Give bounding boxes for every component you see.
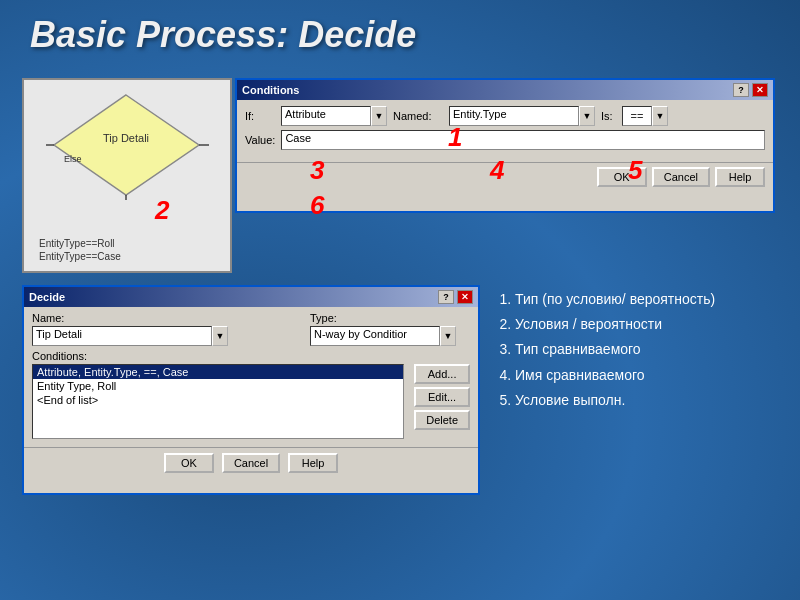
decide-title: Decide xyxy=(29,291,65,303)
value-input[interactable]: Case xyxy=(281,130,765,150)
condition-item-1[interactable]: Entity Type, Roll xyxy=(33,379,403,393)
if-dropdown-arrow[interactable]: ▼ xyxy=(371,106,387,126)
info-text-3: Тип сравниваемого xyxy=(515,341,641,357)
conditions-close-icon[interactable]: ✕ xyxy=(752,83,768,97)
decide-conditions-label: Conditions: xyxy=(32,350,470,362)
named-dropdown-group[interactable]: Entity.Type ▼ xyxy=(449,106,595,126)
conditions-help-icon[interactable]: ? xyxy=(733,83,749,97)
add-condition-button[interactable]: Add... xyxy=(414,364,470,384)
decide-type-input[interactable]: N-way by Conditior xyxy=(310,326,440,346)
conditions-help-button[interactable]: Help xyxy=(715,167,765,187)
condition-item-0[interactable]: Attribute, Entity.Type, ==, Case xyxy=(33,365,403,379)
decide-help-button[interactable]: Help xyxy=(288,453,338,473)
info-item-3: Тип сравниваемого xyxy=(515,340,785,358)
info-item-4: Имя сравниваемого xyxy=(515,366,785,384)
is-group[interactable]: == ▼ xyxy=(622,106,668,126)
page-title: Basic Process: Decide xyxy=(30,14,416,56)
if-dropdown-group[interactable]: Attribute ▼ xyxy=(281,106,387,126)
decide-help-icon[interactable]: ? xyxy=(438,290,454,304)
svg-marker-0 xyxy=(54,95,199,195)
condition-side-buttons: Add... Edit... Delete xyxy=(414,364,470,439)
red-label-2: 2 xyxy=(155,195,169,226)
diagram-box: Tip Detali Else EntityType==Roll EntityT… xyxy=(22,78,232,273)
conditions-cancel-button[interactable]: Cancel xyxy=(652,167,710,187)
info-text-2: Условия / вероятности xyxy=(515,316,662,332)
red-label-6: 6 xyxy=(310,190,324,221)
red-label-5: 5 xyxy=(628,155,642,186)
diamond-diagram: Tip Detali Else xyxy=(44,90,209,200)
info-text-1: Тип (по условию/ вероятность) xyxy=(515,291,715,307)
conditions-title: Conditions xyxy=(242,84,299,96)
is-operator-input[interactable]: == xyxy=(622,106,652,126)
is-label: Is: xyxy=(601,110,616,122)
red-label-1: 1 xyxy=(448,122,462,153)
decide-type-dropdown-arrow[interactable]: ▼ xyxy=(440,326,456,346)
decide-titlebar: Decide ? ✕ xyxy=(24,287,478,307)
svg-text:Else: Else xyxy=(64,154,82,164)
decide-cancel-button[interactable]: Cancel xyxy=(222,453,280,473)
if-label: If: xyxy=(245,110,275,122)
diagram-labels: EntityType==Roll EntityType==Case xyxy=(39,237,121,263)
edit-condition-button[interactable]: Edit... xyxy=(414,387,470,407)
named-input[interactable]: Entity.Type xyxy=(449,106,579,126)
decide-type-label: Type: xyxy=(310,312,470,324)
decide-ok-button[interactable]: OK xyxy=(164,453,214,473)
info-text-4: Имя сравниваемого xyxy=(515,367,645,383)
delete-condition-button[interactable]: Delete xyxy=(414,410,470,430)
red-label-3: 3 xyxy=(310,155,324,186)
if-input[interactable]: Attribute xyxy=(281,106,371,126)
decide-buttons: OK Cancel Help xyxy=(24,447,478,478)
red-label-4: 4 xyxy=(490,155,504,186)
info-item-1: Тип (по условию/ вероятность) xyxy=(515,290,785,308)
value-label: Value: xyxy=(245,134,275,146)
decide-name-input[interactable]: Tip Detali xyxy=(32,326,212,346)
diagram-label-1: EntityType==Roll xyxy=(39,237,121,250)
decide-close-icon[interactable]: ✕ xyxy=(457,290,473,304)
info-item-5: Условие выполн. xyxy=(515,391,785,409)
named-dropdown-arrow[interactable]: ▼ xyxy=(579,106,595,126)
decide-dialog: Decide ? ✕ Name: Tip Detali ▼ Type: N-wa… xyxy=(22,285,480,495)
is-dropdown-arrow[interactable]: ▼ xyxy=(652,106,668,126)
svg-text:Tip Detali: Tip Detali xyxy=(103,132,149,144)
info-item-2: Условия / вероятности xyxy=(515,315,785,333)
diagram-label-2: EntityType==Case xyxy=(39,250,121,263)
info-list: Тип (по условию/ вероятность) Условия / … xyxy=(495,290,785,416)
conditions-list[interactable]: Attribute, Entity.Type, ==, Case Entity … xyxy=(32,364,404,439)
decide-name-label: Name: xyxy=(32,312,300,324)
named-label: Named: xyxy=(393,110,443,122)
conditions-titlebar: Conditions ? ✕ xyxy=(237,80,773,100)
decide-name-dropdown-arrow[interactable]: ▼ xyxy=(212,326,228,346)
condition-item-2[interactable]: <End of list> xyxy=(33,393,403,407)
info-text-5: Условие выполн. xyxy=(515,392,625,408)
